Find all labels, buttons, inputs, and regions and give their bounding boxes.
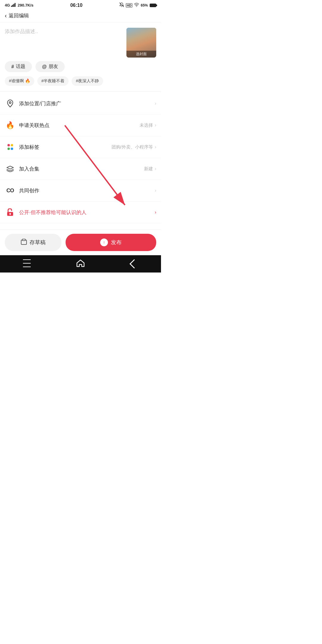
- hashtag-chip-1[interactable]: #半夜睡不着: [37, 76, 69, 86]
- svg-rect-7: [126, 28, 156, 44]
- svg-point-10: [137, 35, 146, 45]
- menu-item-privacy[interactable]: 公开·但不推荐给可能认识的人 ›: [0, 202, 161, 223]
- mention-label: 朋友: [49, 64, 58, 70]
- description-area: 添加作品描述..: [0, 22, 161, 61]
- description-input[interactable]: 添加作品描述..: [5, 28, 123, 58]
- location-label: 添加位置/门店推广: [19, 100, 155, 107]
- svg-line-4: [120, 3, 124, 7]
- publish-circle: ↑: [100, 239, 108, 246]
- privacy-label: 公开·但不推荐给可能认识的人: [19, 209, 155, 216]
- menu-item-hotspot[interactable]: 🔥 申请关联热点 未选择 ›: [0, 114, 161, 136]
- mention-button[interactable]: @ 朋友: [35, 61, 65, 72]
- draft-icon: [21, 239, 27, 246]
- nav-back-button[interactable]: [128, 259, 140, 268]
- svg-point-17: [9, 102, 11, 103]
- speed-text: 290.7K/s: [18, 3, 33, 7]
- battery-percent: 65%: [141, 3, 148, 7]
- tags-label: 添加标签: [19, 144, 112, 151]
- menu-item-location[interactable]: 添加位置/门店推广 ›: [0, 93, 161, 114]
- svg-rect-20: [10, 214, 11, 215]
- hashtag-chip-2[interactable]: #夜深人不静: [72, 76, 103, 86]
- svg-point-5: [136, 6, 137, 7]
- draft-label: 存草稿: [30, 239, 46, 246]
- tag-buttons: # 话题 @ 朋友: [0, 61, 161, 76]
- svg-point-11: [137, 34, 146, 40]
- cover-label: 选封面: [126, 51, 156, 58]
- collab-label: 共同创作: [19, 187, 155, 194]
- fire-icon: 🔥: [5, 120, 16, 131]
- back-button[interactable]: ‹ 返回编辑: [5, 12, 29, 19]
- hotspot-value: 未选择: [140, 123, 153, 128]
- co-icon: CO: [5, 185, 16, 196]
- hashtag-suggestions: #谁懂啊 🔥 #半夜睡不着 #夜深人不静: [0, 76, 161, 90]
- collection-value: 新建: [144, 166, 153, 172]
- hashtag-chip-0[interactable]: #谁懂啊 🔥: [5, 76, 34, 86]
- menu-item-collection[interactable]: 加入合集 新建 ›: [0, 158, 161, 180]
- wifi-icon: [134, 3, 139, 8]
- svg-rect-2: [13, 4, 14, 7]
- back-arrow-icon: ‹: [5, 12, 7, 19]
- divider-1: [0, 91, 161, 92]
- chevron-icon: ›: [155, 123, 156, 128]
- home-icon: [76, 259, 85, 267]
- lock-open-icon: [5, 207, 16, 218]
- signal-bars: [11, 3, 16, 8]
- hamburger-icon: [23, 259, 31, 260]
- time-display: 06:10: [70, 3, 83, 8]
- nav-menu-button[interactable]: [21, 259, 33, 268]
- chevron-icon: ›: [155, 101, 156, 106]
- svg-point-8: [142, 30, 153, 41]
- svg-rect-3: [15, 3, 16, 7]
- publish-label: 发布: [111, 239, 122, 246]
- svg-rect-0: [11, 6, 12, 7]
- publish-button[interactable]: ↑ 发布: [66, 234, 156, 251]
- header: ‹ 返回编辑: [0, 9, 161, 22]
- nav-home-button[interactable]: [75, 259, 86, 268]
- draft-button[interactable]: 存草稿: [5, 234, 61, 251]
- hashtag-icon: #: [11, 64, 14, 69]
- svg-line-14: [145, 42, 147, 45]
- hotspot-label: 申请关联热点: [19, 122, 140, 129]
- menu-item-collab[interactable]: CO 共同创作 ›: [0, 180, 161, 202]
- hashtag-label: 话题: [16, 64, 25, 70]
- back-label: 返回编辑: [9, 12, 29, 19]
- chevron-icon: ›: [155, 166, 156, 171]
- status-bar: 4G 290.7K/s 06:10 HD: [0, 0, 161, 9]
- hashtag-button[interactable]: # 话题: [5, 61, 32, 72]
- menu-container: 添加位置/门店推广 › 🔥 申请关联热点 未选择 › 添加标签 团: [0, 93, 161, 223]
- hd-badge: HD: [126, 3, 132, 7]
- svg-rect-24: [22, 239, 25, 241]
- publish-arrow-icon: ↑: [103, 240, 105, 245]
- signal-text: 4G: [5, 3, 10, 7]
- bottom-bar: 存草稿 ↑ 发布: [0, 229, 161, 255]
- nav-bar: [0, 255, 161, 273]
- collection-label: 加入合集: [19, 165, 144, 172]
- status-right: HD 65%: [119, 2, 156, 8]
- chevron-icon: ›: [155, 210, 156, 215]
- cover-image[interactable]: 选封面: [126, 28, 156, 58]
- svg-point-12: [139, 40, 140, 42]
- svg-point-13: [142, 40, 144, 42]
- svg-rect-1: [12, 5, 13, 7]
- status-left: 4G 290.7K/s: [5, 3, 33, 8]
- hamburger-icon: [23, 263, 31, 264]
- hamburger-icon: [23, 267, 31, 267]
- layers-icon: [5, 163, 16, 174]
- chevron-icon: ›: [155, 188, 156, 193]
- menu-list: 添加位置/门店推广 › 🔥 申请关联热点 未选择 › 添加标签 团: [0, 93, 161, 223]
- bell-icon: [119, 2, 124, 8]
- location-icon: [5, 98, 16, 109]
- menu-item-tags[interactable]: 添加标签 团购/外卖、小程序等 ›: [0, 136, 161, 158]
- back-nav-icon: [129, 259, 139, 268]
- tags-value: 团购/外卖、小程序等: [112, 144, 153, 150]
- chevron-icon: ›: [155, 144, 156, 150]
- spacer: [0, 223, 161, 229]
- dots-icon: [5, 142, 16, 152]
- battery-icon: [150, 4, 156, 7]
- mention-icon: @: [42, 64, 47, 69]
